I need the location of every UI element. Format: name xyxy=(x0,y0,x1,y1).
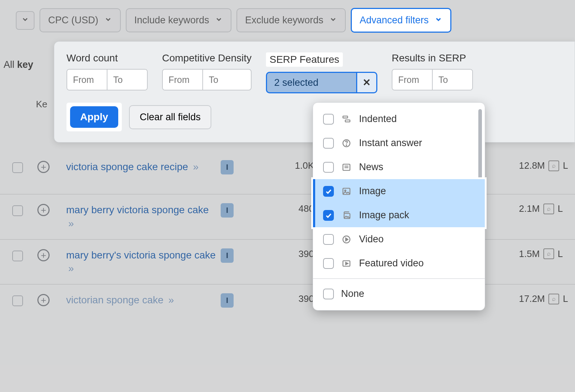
serp-option-image[interactable]: Image xyxy=(313,179,485,203)
serp-preview-icon[interactable]: ⌕ xyxy=(543,204,554,214)
serp-option-label: News xyxy=(359,162,383,173)
serp-option-indented[interactable]: Indented xyxy=(313,107,485,131)
indent-icon xyxy=(341,114,352,125)
svg-marker-11 xyxy=(346,238,348,241)
include-keywords-chip[interactable]: Include keywords xyxy=(126,8,232,32)
serp-option-label: Featured video xyxy=(359,258,424,269)
results-in-serp-filter: Results in SERP xyxy=(392,52,473,93)
intent-badge: I xyxy=(221,248,234,263)
expand-row-button[interactable]: + xyxy=(37,204,50,216)
row-checkbox[interactable] xyxy=(12,295,23,306)
serp-preview-icon[interactable]: ⌕ xyxy=(548,294,559,304)
question-icon xyxy=(341,138,352,149)
exclude-keywords-chip[interactable]: Exclude keywords xyxy=(236,8,346,32)
table-row: + victorian sponge cake » I 390 54 0.23 … xyxy=(0,284,575,323)
table-row: + mary berry victoria sponge cake » I 48… xyxy=(0,194,575,239)
keyword-column-header: Ke xyxy=(36,99,47,110)
serp-preview-icon[interactable]: ⌕ xyxy=(543,248,554,259)
close-icon: ✕ xyxy=(363,77,371,88)
checkbox-unchecked[interactable] xyxy=(323,138,334,149)
checkbox-checked[interactable] xyxy=(323,210,334,221)
serp-features-filter: SERP Features 2 selected ✕ xyxy=(266,52,377,93)
table-row: + mary berry's victoria sponge cake » I … xyxy=(0,239,575,284)
serp-features-selected[interactable]: 2 selected xyxy=(266,72,357,93)
keyword-link[interactable]: mary berry's victoria sponge cake » xyxy=(66,248,217,276)
competitive-density-range xyxy=(162,69,252,90)
apply-button[interactable]: Apply xyxy=(70,106,118,128)
checkbox-unchecked[interactable] xyxy=(323,114,334,125)
serp-option-none-label: None xyxy=(341,288,364,299)
trail-letter: L xyxy=(558,248,563,260)
svg-rect-0 xyxy=(343,116,348,118)
svg-point-3 xyxy=(346,145,347,145)
serp-selected-text: 2 selected xyxy=(274,77,318,88)
image-pack-icon xyxy=(341,210,352,221)
word-count-range xyxy=(66,69,148,90)
trail-letter: L xyxy=(563,160,568,171)
serp-option-none[interactable]: None xyxy=(313,282,485,306)
table-row: + victoria sponge cake recipe » I 1.0K 5… xyxy=(0,154,575,194)
news-icon xyxy=(341,162,352,173)
serp-option-label: Indented xyxy=(359,113,397,125)
checkbox-unchecked[interactable] xyxy=(323,162,334,173)
expand-row-button[interactable]: + xyxy=(37,161,50,173)
row-checkbox[interactable] xyxy=(12,251,23,261)
svg-rect-1 xyxy=(345,120,350,122)
checkbox-unchecked[interactable] xyxy=(323,258,334,269)
competitive-density-to-input[interactable] xyxy=(203,70,243,90)
competitive-density-from-input[interactable] xyxy=(163,70,202,90)
serp-option-label: Image xyxy=(359,186,386,197)
serp-option-label: Image pack xyxy=(359,210,409,221)
chevron-right-icon: » xyxy=(169,294,174,305)
serp-option-label: Instant answer xyxy=(359,137,422,149)
cpc-filter-chip[interactable]: CPC (USD) xyxy=(40,8,121,32)
svg-point-8 xyxy=(345,190,346,191)
checkbox-unchecked[interactable] xyxy=(323,234,334,245)
intent-badge: I xyxy=(221,203,234,218)
results-cell: 12.8M xyxy=(519,160,545,171)
serp-preview-icon[interactable]: ⌕ xyxy=(548,160,559,171)
expand-row-button[interactable]: + xyxy=(37,294,50,306)
keywords-table: + victoria sponge cake recipe » I 1.0K 5… xyxy=(0,154,575,323)
trail-letter: L xyxy=(558,203,563,214)
advanced-filters-chip[interactable]: Advanced filters xyxy=(351,8,451,33)
expand-row-button[interactable]: + xyxy=(37,249,50,261)
video-icon xyxy=(341,234,352,245)
serp-features-dropdown: Indented Instant answer News Image Image… xyxy=(313,102,485,311)
results-to-input[interactable] xyxy=(433,70,472,90)
image-icon xyxy=(341,186,352,197)
results-in-serp-range xyxy=(392,69,473,90)
serp-option-label: Video xyxy=(359,234,384,245)
intent-badge: I xyxy=(221,160,234,174)
prev-filter-chevron[interactable] xyxy=(16,11,34,30)
word-count-to-input[interactable] xyxy=(107,70,147,90)
serp-option-video[interactable]: Video xyxy=(313,227,485,251)
chevron-down-icon xyxy=(21,15,29,26)
checkbox-unchecked[interactable] xyxy=(323,289,334,299)
keyword-link[interactable]: mary berry victoria sponge cake » xyxy=(66,203,217,230)
dropdown-scrollbar[interactable] xyxy=(478,109,482,188)
keyword-link[interactable]: victoria sponge cake recipe » xyxy=(66,160,217,174)
serp-option-news[interactable]: News xyxy=(313,155,485,179)
checkbox-checked[interactable] xyxy=(323,186,334,197)
serp-option-instant-answer[interactable]: Instant answer xyxy=(313,131,485,155)
keyword-text: victoria sponge cake recipe xyxy=(66,161,188,172)
results-cell: 17.2M xyxy=(519,293,545,304)
serp-features-label: SERP Features xyxy=(266,52,343,67)
row-checkbox[interactable] xyxy=(12,205,23,216)
trail-letter: L xyxy=(563,293,568,304)
serp-option-image-pack[interactable]: Image pack xyxy=(313,203,485,227)
row-checkbox[interactable] xyxy=(12,162,23,173)
include-keywords-label: Include keywords xyxy=(134,15,210,26)
word-count-label: Word count xyxy=(66,52,148,64)
word-count-from-input[interactable] xyxy=(67,70,107,90)
chevron-down-icon xyxy=(104,15,112,26)
keyword-link[interactable]: victorian sponge cake » xyxy=(66,293,217,307)
serp-option-featured-video[interactable]: Featured video xyxy=(313,251,485,275)
all-keywords-tab[interactable]: All key xyxy=(4,59,33,70)
clear-all-fields-button[interactable]: Clear all fields xyxy=(129,105,212,129)
results-in-serp-label: Results in SERP xyxy=(392,52,473,64)
serp-features-clear-button[interactable]: ✕ xyxy=(357,72,377,93)
advanced-filters-label: Advanced filters xyxy=(360,15,429,26)
results-from-input[interactable] xyxy=(392,70,432,90)
